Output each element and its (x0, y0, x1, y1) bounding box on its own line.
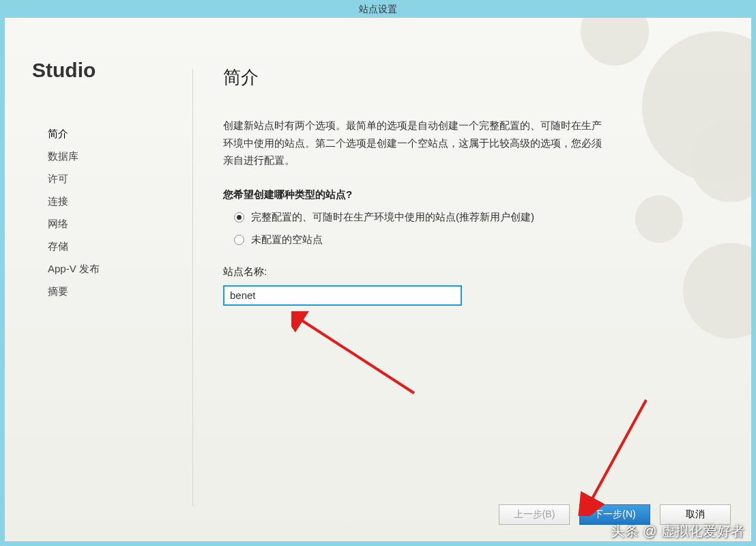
nav-item-database[interactable]: 数据库 (29, 145, 179, 168)
svg-line-1 (298, 318, 414, 393)
window-body: Studio 简介 数据库 许可 连接 网络 存储 App-V 发布 摘要 简介… (5, 18, 751, 541)
radio-option-full[interactable]: 完整配置的、可随时在生产环境中使用的站点(推荐新用户创建) (234, 211, 724, 224)
intro-paragraph: 创建新站点时有两个选项。最简单的选项是自动创建一个完整配置的、可随时在生产环境中… (223, 117, 605, 169)
annotation-arrow-next (578, 393, 660, 516)
nav-item-license[interactable]: 许可 (29, 168, 179, 190)
nav-item-connection[interactable]: 连接 (29, 190, 179, 213)
radio-icon (234, 235, 244, 245)
radio-label: 未配置的空站点 (251, 233, 323, 246)
back-button: 上一步(B) (499, 504, 570, 525)
studio-logo: Studio (32, 59, 179, 82)
svg-line-3 (590, 400, 646, 502)
annotation-arrow-input (291, 311, 428, 400)
site-name-label: 站点名称: (223, 265, 724, 278)
nav-item-intro[interactable]: 简介 (29, 123, 179, 145)
site-type-radio-group: 完整配置的、可随时在生产环境中使用的站点(推荐新用户创建) 未配置的空站点 (234, 211, 724, 246)
nav-list: 简介 数据库 许可 连接 网络 存储 App-V 发布 摘要 (29, 123, 179, 303)
sidebar: Studio 简介 数据库 许可 连接 网络 存储 App-V 发布 摘要 (29, 59, 179, 303)
watermark-text: 头条 @ 虚拟化爱好者 (611, 522, 745, 541)
nav-item-network[interactable]: 网络 (29, 213, 179, 235)
nav-item-summary[interactable]: 摘要 (29, 281, 179, 303)
site-name-input[interactable] (223, 285, 462, 306)
section-heading: 简介 (223, 66, 724, 89)
nav-item-appv[interactable]: App-V 发布 (29, 258, 179, 281)
nav-item-storage[interactable]: 存储 (29, 235, 179, 258)
window-title: 站点设置 (0, 0, 756, 18)
radio-label: 完整配置的、可随时在生产环境中使用的站点(推荐新用户创建) (251, 211, 534, 224)
radio-icon (234, 212, 244, 222)
radio-option-empty[interactable]: 未配置的空站点 (234, 233, 724, 246)
main-panel: 简介 创建新站点时有两个选项。最简单的选项是自动创建一个完整配置的、可随时在生产… (223, 66, 724, 306)
site-type-question: 您希望创建哪种类型的站点? (223, 188, 724, 201)
vertical-divider (192, 69, 193, 506)
